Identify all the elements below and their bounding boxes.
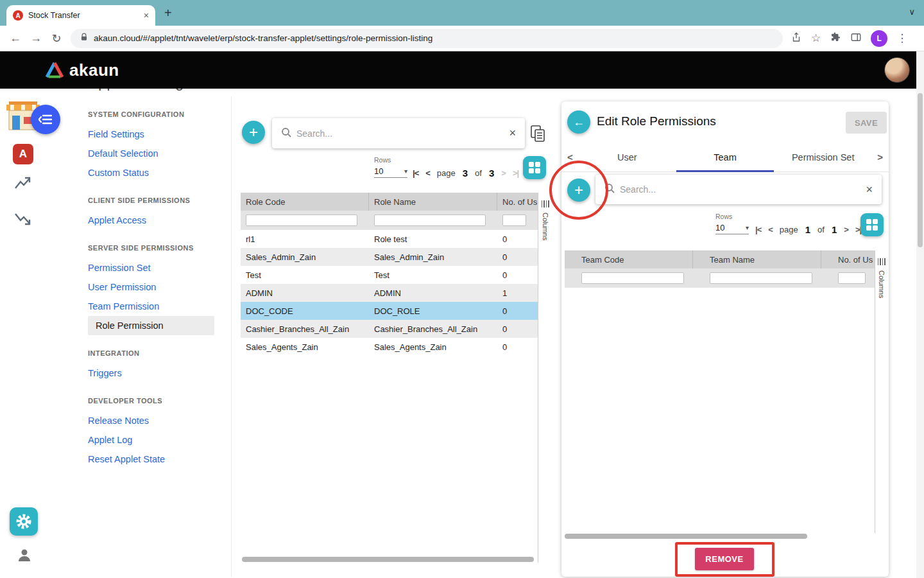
columns-drag-strip[interactable]: Columns bbox=[538, 193, 552, 563]
browser-back-icon[interactable]: ← bbox=[5, 31, 26, 45]
tab-favicon-icon: A bbox=[13, 10, 23, 21]
prev-page-icon[interactable]: < bbox=[768, 225, 773, 234]
sidebar-item-default-selection[interactable]: Default Selection bbox=[88, 144, 223, 163]
table-row[interactable]: Sales_Agents_Zain Sales_Agents_Zain 0 bbox=[241, 338, 538, 356]
trend-down-icon[interactable] bbox=[14, 211, 32, 229]
sidebar-item-custom-status[interactable]: Custom Status bbox=[88, 163, 223, 182]
rows-per-page-select[interactable]: 10 ▾ bbox=[374, 166, 407, 178]
header-role-name[interactable]: Role Name bbox=[369, 193, 497, 211]
account-person-icon[interactable] bbox=[17, 547, 32, 565]
filter-role-name-input[interactable] bbox=[374, 215, 486, 226]
sidebar-item-user-permission[interactable]: User Permission bbox=[88, 277, 223, 297]
table-row[interactable]: ADMIN ADMIN 1 bbox=[241, 284, 538, 302]
tab-close-icon[interactable]: × bbox=[144, 10, 149, 21]
role-table-hscrollbar[interactable] bbox=[242, 557, 534, 562]
sidebar-item-role-permission[interactable]: Role Permission bbox=[88, 316, 214, 335]
settings-gear-button[interactable] bbox=[10, 507, 38, 536]
sidebar-item-reset-applet-state[interactable]: Reset Applet State bbox=[88, 450, 223, 469]
team-pagination: |< < page 1 of 1 > >| bbox=[755, 224, 861, 235]
prev-page-icon[interactable]: < bbox=[425, 168, 430, 178]
sidebar-item-triggers[interactable]: Triggers bbox=[88, 363, 223, 383]
role-search-input[interactable] bbox=[296, 128, 504, 139]
header-team-name[interactable]: Team Name bbox=[693, 250, 821, 268]
sidebar-item-release-notes[interactable]: Release Notes bbox=[88, 411, 223, 430]
remove-button[interactable]: REMOVE bbox=[695, 548, 754, 570]
tab-permission-set[interactable]: Permission Set bbox=[774, 143, 872, 171]
sidebar-item-team-permission[interactable]: Team Permission bbox=[88, 297, 223, 316]
side-panel-icon[interactable] bbox=[850, 31, 862, 46]
cell-role-code: Sales_Admin_Zain bbox=[241, 252, 369, 262]
columns-drag-strip[interactable]: Columns bbox=[875, 250, 887, 533]
layout-grid-button[interactable] bbox=[860, 213, 884, 236]
first-page-icon[interactable]: |< bbox=[413, 168, 418, 178]
share-icon[interactable] bbox=[791, 31, 802, 46]
page-total: 1 bbox=[832, 224, 837, 235]
edit-role-permissions-panel: ← Edit Role Permissions SAVE < User Team… bbox=[561, 101, 889, 577]
sidebar-item-permission-set[interactable]: Permission Set bbox=[88, 258, 223, 277]
rows-value: 10 bbox=[374, 166, 383, 176]
sidebar-item-applet-log[interactable]: Applet Log bbox=[88, 430, 223, 450]
section-title: SYSTEM CONFIGURATION bbox=[88, 110, 223, 121]
browser-menu-icon[interactable]: ⋮ bbox=[896, 31, 907, 45]
cell-users: 0 bbox=[497, 234, 538, 244]
table-row[interactable]: Cashier_Branches_All_Zain Cashier_Branch… bbox=[241, 320, 538, 338]
search-clear-icon[interactable]: × bbox=[866, 183, 873, 197]
table-row[interactable]: rl1 Role test 0 bbox=[241, 230, 538, 248]
header-role-code[interactable]: Role Code bbox=[241, 193, 369, 211]
trend-up-icon[interactable] bbox=[14, 176, 32, 194]
pdf-viewer-icon[interactable]: A bbox=[13, 144, 33, 164]
back-button[interactable]: ← bbox=[567, 110, 590, 134]
table-row[interactable]: Test Test 0 bbox=[241, 266, 538, 284]
browser-tab[interactable]: A Stock Transfer × bbox=[6, 5, 155, 26]
save-button[interactable]: SAVE bbox=[846, 112, 887, 134]
team-search-input[interactable] bbox=[620, 184, 860, 195]
copy-list-icon[interactable] bbox=[530, 125, 545, 145]
browser-profile-badge[interactable]: L bbox=[871, 30, 887, 47]
user-avatar[interactable] bbox=[884, 57, 910, 83]
rows-label: Rows bbox=[374, 156, 391, 164]
scrollbar-thumb[interactable] bbox=[918, 93, 923, 247]
new-tab-button[interactable]: + bbox=[164, 6, 172, 19]
tab-search-caret-icon[interactable]: ∨ bbox=[909, 7, 915, 17]
rows-per-page-select[interactable]: 10 ▾ bbox=[715, 223, 749, 234]
last-page-icon[interactable]: >| bbox=[513, 168, 518, 178]
cell-role-code: Test bbox=[241, 270, 369, 280]
layout-grid-button[interactable] bbox=[523, 156, 546, 179]
tab-user[interactable]: User bbox=[578, 143, 676, 171]
akaun-logo-icon bbox=[45, 62, 64, 78]
next-page-icon[interactable]: > bbox=[501, 168, 506, 178]
next-page-icon[interactable]: > bbox=[844, 225, 848, 234]
cell-users: 0 bbox=[497, 270, 538, 280]
header-no-of-users[interactable]: No. of Us bbox=[497, 193, 538, 211]
header-team-code[interactable]: Team Code bbox=[565, 250, 693, 268]
team-table-hscrollbar[interactable] bbox=[565, 534, 807, 539]
url-field[interactable]: akaun.cloud/#/applet/tnt/wavelet/erp/sto… bbox=[71, 29, 783, 48]
browser-forward-icon[interactable]: → bbox=[26, 31, 46, 45]
tab-title: Stock Transfer bbox=[28, 11, 139, 20]
sidebar-toggle-button[interactable] bbox=[31, 105, 60, 134]
tabs-next-icon[interactable]: > bbox=[877, 152, 883, 162]
filter-team-code-input[interactable] bbox=[581, 272, 684, 284]
search-clear-icon[interactable]: × bbox=[509, 127, 516, 140]
sidebar-section: SYSTEM CONFIGURATION Field Settings Defa… bbox=[88, 110, 223, 182]
role-pagination: |< < page 3 of 3 > >| bbox=[413, 168, 518, 179]
sidebar-item-field-settings[interactable]: Field Settings bbox=[88, 125, 223, 144]
table-row-selected[interactable]: DOC_CODE DOC_ROLE 0 bbox=[241, 302, 538, 320]
team-table-filter-row bbox=[565, 268, 875, 288]
filter-role-code-input[interactable] bbox=[246, 215, 357, 226]
browser-scrollbar[interactable] bbox=[916, 51, 924, 578]
tabs-prev-icon[interactable]: < bbox=[567, 152, 573, 162]
browser-reload-icon[interactable]: ↻ bbox=[46, 31, 67, 46]
filter-users-input[interactable] bbox=[838, 272, 866, 284]
filter-team-name-input[interactable] bbox=[710, 272, 812, 284]
sidebar-item-applet-access[interactable]: Applet Access bbox=[88, 211, 223, 230]
filter-users-input[interactable] bbox=[502, 215, 526, 226]
add-team-button[interactable]: + bbox=[567, 179, 590, 202]
tab-team[interactable]: Team bbox=[676, 143, 774, 171]
header-no-of-users[interactable]: No. of Us bbox=[821, 250, 875, 268]
first-page-icon[interactable]: |< bbox=[755, 225, 761, 234]
add-role-button[interactable]: + bbox=[242, 121, 265, 144]
bookmark-star-icon[interactable]: ☆ bbox=[811, 31, 821, 45]
extensions-puzzle-icon[interactable] bbox=[830, 31, 841, 46]
table-row[interactable]: Sales_Admin_Zain Sales_Admin_Zain 0 bbox=[241, 248, 538, 266]
